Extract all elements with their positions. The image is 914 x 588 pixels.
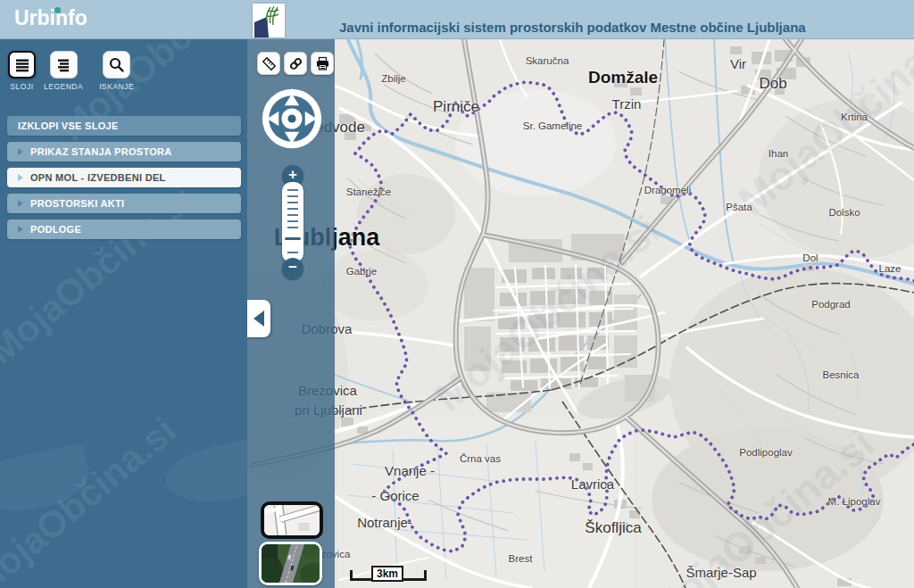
app-logo[interactable]: Urbinfo [14,6,87,30]
zoom-slider-track[interactable] [282,182,303,262]
menu-item-label: IZKLOPI VSE SLOJE [18,120,119,131]
basemap-aerial-thumbnail[interactable] [259,542,322,585]
expand-arrow-icon [18,226,23,233]
sidebar-tabs: SLOJI LEGENDA ISKANJE [8,51,134,91]
link-icon [288,56,303,71]
pan-compass-control[interactable] [261,87,323,150]
print-button[interactable] [311,52,334,75]
expand-arrow-icon [18,200,23,207]
page-title: Javni informacijski sistem prostorskih p… [339,20,806,35]
menu-item-prikaz-stanja-prostora[interactable]: PRIKAZ STANJA PROSTORA [7,142,241,161]
search-tab-button[interactable] [103,51,130,79]
menu-item-label: OPN MOL - IZVEDBENI DEL [30,172,166,183]
zoom-control: + − [282,165,303,279]
tab-search: ISKANJE [99,51,134,91]
menu-item-opn-mol-izvedbeni-del[interactable]: OPN MOL - IZVEDBENI DEL [7,168,241,187]
map-canvas[interactable] [247,39,914,588]
menu-item-label: PODLOGE [30,224,81,235]
ljubljana-coat-of-arms [253,4,285,37]
logo-dot-accent [54,7,61,13]
menu-item-podloge[interactable]: PODLOGE [7,219,241,239]
expand-arrow-icon [18,148,23,155]
basemap-map-thumbnail[interactable] [261,501,323,539]
tab-layers-label: SLOJI [10,82,33,91]
chevron-left-icon [253,311,264,327]
legend-icon [55,57,71,73]
scale-bar: 3km [350,566,427,582]
ruler-icon [262,56,277,71]
tab-legend-label: LEGENDA [44,82,83,91]
tab-layers: SLOJI [8,51,36,91]
urbinfo-app: ZbiljeSkaručnaDomžaleVirDobTrzinPirničeS… [0,0,914,588]
tab-legend: LEGENDA [44,51,83,91]
zoom-slider-handle[interactable] [285,237,301,240]
map-viewport[interactable]: ZbiljeSkaručnaDomžaleVirDobTrzinPirničeS… [247,39,914,588]
layer-menu: IZKLOPI VSE SLOJE PRIKAZ STANJA PROSTORA… [7,116,241,245]
map-toolbar [257,52,334,75]
menu-item-label: PRIKAZ STANJA PROSTORA [30,146,172,157]
printer-icon [315,56,330,71]
layers-icon [14,57,30,73]
scale-label: 3km [371,566,403,582]
menu-item-prostorski-akti[interactable]: PROSTORSKI AKTI [7,194,241,213]
legend-tab-button[interactable] [50,51,78,79]
expand-arrow-icon [18,174,23,181]
collapse-panel-button[interactable] [247,300,270,337]
link-button[interactable] [284,52,307,75]
menu-item-turn-off-all-layers[interactable]: IZKLOPI VSE SLOJE [7,116,241,136]
search-icon [108,56,125,73]
app-header: Urbinfo Javni informacijski sistem prost… [0,0,914,39]
tab-search-label: ISKANJE [99,82,134,91]
menu-item-label: PROSTORSKI AKTI [30,198,124,209]
leaf-watermark [161,434,247,512]
layers-tab-button[interactable] [8,51,36,79]
leaf-watermark [0,443,94,521]
sidebar-panel: MojaObčina.si MojaObčina.si MojaObčina.s… [0,39,247,588]
zoom-out-button[interactable]: − [282,258,303,279]
measure-button[interactable] [257,52,280,75]
